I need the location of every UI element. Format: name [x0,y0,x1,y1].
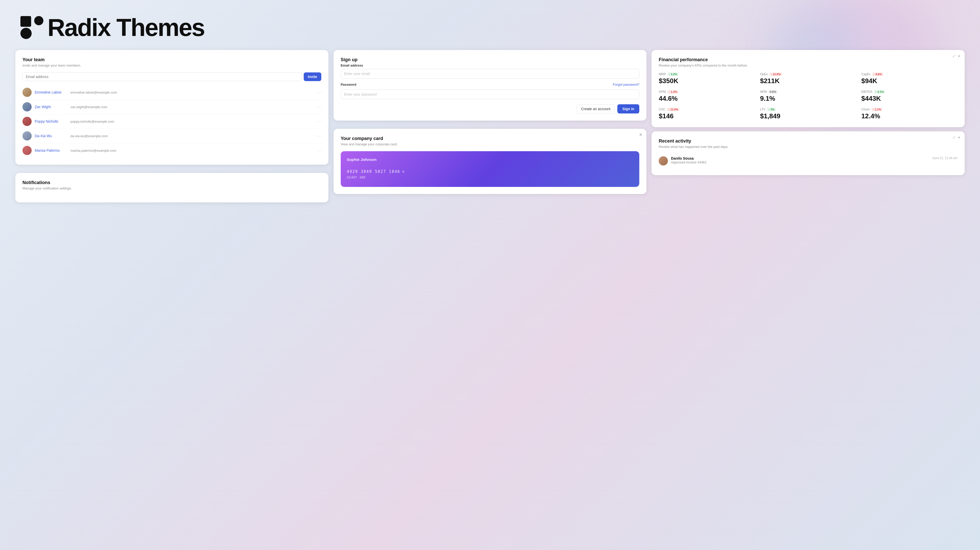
forgot-password-link[interactable]: Forgot password? [613,82,639,86]
member-name: Da-Xia Wu [35,134,70,138]
table-row: Marisa Palermo marisa.palermo@example.co… [22,143,321,158]
activity-card-subtitle: Review what has happened over the past d… [659,145,958,149]
password-field[interactable] [341,89,640,99]
metric-capex-value: $94K [861,77,958,85]
metric-mrr-badge: ↑ 3.2% [667,73,679,76]
activity-card-title: Recent activity [659,138,958,144]
metric-cac-value: $146 [659,112,755,120]
metric-churn-value: 12.4% [861,112,958,120]
member-menu-icon[interactable]: ··· [318,119,321,124]
create-account-button[interactable]: Create an account [577,104,614,114]
avatar [22,88,32,97]
metric-npm-badge: 0.0% [768,90,777,94]
metric-gpm: GPM ↓ 1.2% 44.6% [659,90,755,103]
member-email: zac.wight@example.com [70,105,318,109]
card-expiry: 01/497 · 689 [347,176,633,179]
activity-name: Danilo Sousa [671,156,929,160]
metric-opex-badge: ↓ 12.8% [769,73,782,76]
metric-ebitda-badge: ↑ 4.1% [874,90,885,94]
invite-button[interactable]: Invite [304,73,321,81]
card-holder-name: Sophie Johnson [347,157,633,162]
signin-button[interactable]: Sign in [617,104,640,114]
metric-gpm-value: 44.6% [659,95,755,103]
financial-card: ⤢ ✦ Financial performance Review your co… [652,50,965,127]
financial-card-title: Financial performance [659,57,958,62]
password-label-row: Password Forgot password? [341,82,640,86]
metric-capex: CapEx ↓ 8.8% $94K [861,73,958,85]
metric-opex-value: $211K [760,77,856,85]
metric-cac-label: CAC ↓ 11.0% [659,108,755,111]
avatar [22,146,32,155]
hero-section: Radix Themes [0,0,980,50]
radix-logo-icon [21,16,43,39]
member-email: emmeline.labrie@example.com [70,90,318,94]
metric-ltv: LTV ↑ 3% $1,849 [760,108,856,120]
logo-area: Radix Themes [21,15,204,40]
company-card-subtitle: View and manage your corporate card. [341,142,640,146]
member-menu-icon[interactable]: ··· [318,133,321,139]
metric-ltv-label: LTV ↑ 3% [760,108,856,111]
team-card-title: Your team [22,57,321,62]
svg-rect-0 [21,16,31,27]
table-row: Da-Xia Wu da-xia.wu@example.com ··· [22,129,321,143]
email-field[interactable] [341,69,640,79]
avatar [22,131,32,141]
metric-npm-label: NPM 0.0% [760,90,856,94]
col-right: ⤢ ✦ Financial performance Review your co… [652,50,965,175]
member-menu-icon[interactable]: ··· [318,148,321,153]
member-email: da-xia.wu@example.com [70,134,318,138]
metric-churn-badge: ↑ 1.1% [871,108,883,111]
activity-time: June 21, 11:34 am [932,156,958,160]
email-label: Email address [341,63,640,67]
metric-opex-label: OpEx ↓ 12.8% [760,73,856,76]
pin-icon[interactable]: ✦ [958,135,961,139]
password-label: Password [341,82,356,86]
expand-icon[interactable]: ⤢ [953,135,956,139]
financial-metrics-grid: MRR ↑ 3.2% $350K OpEx ↓ 12.8% $211K CapE… [659,73,958,120]
avatar [659,156,668,165]
activity-info: Danilo Sousa Approved invoice #3461 [671,156,929,164]
metric-npm-value: 9.1% [760,95,856,103]
team-email-input[interactable] [22,73,302,81]
member-name: Zac Wight [35,105,70,109]
metric-gpm-label: GPM ↓ 1.2% [659,90,755,94]
card-number: 4929 3849 5027 1846 ⧉ [347,169,633,174]
close-icon[interactable]: ✕ [639,133,642,137]
table-row: Zac Wight zac.wight@example.com ··· [22,100,321,114]
notifications-card-subtitle: Manage your notification settings. [22,186,321,190]
company-card: ✕ Your company card View and manage your… [334,129,647,194]
pin-icon[interactable]: ✦ [958,54,961,58]
metric-ltv-badge: ↑ 3% [767,108,776,111]
svg-point-1 [34,16,43,25]
metric-churn: Churn ↑ 1.1% 12.4% [861,108,958,120]
logo-wordmark: Radix Themes [48,15,204,40]
metric-gpm-badge: ↓ 1.2% [667,90,679,94]
member-menu-icon[interactable]: ··· [318,104,321,109]
signup-card: Sign up Email address Password Forgot pa… [334,50,647,120]
form-actions: Create an account Sign in [341,104,640,114]
company-card-title: Your company card [341,136,640,141]
metric-ebitda: EBITDA ↑ 4.1% $443K [861,90,958,103]
team-members-list: Emmeline Labrie emmeline.labrie@example.… [22,85,321,158]
table-row: Poppy Nicholls poppy.nicholls@example.co… [22,114,321,129]
activity-action: Approved invoice #3461 [671,160,929,164]
avatar [22,117,32,126]
metric-npm: NPM 0.0% 9.1% [760,90,856,103]
metric-mrr: MRR ↑ 3.2% $350K [659,73,755,85]
expand-icon[interactable]: ⤢ [953,54,956,58]
col-middle: Sign up Email address Password Forgot pa… [334,50,647,194]
activity-item: Danilo Sousa Approved invoice #3461 June… [659,154,958,168]
member-email: poppy.nicholls@example.com [70,120,318,124]
metric-opex: OpEx ↓ 12.8% $211K [760,73,856,85]
email-invite-row: Invite [22,73,321,81]
member-menu-icon[interactable]: ··· [318,90,321,95]
card-top-actions: ⤢ ✦ [953,54,961,58]
cards-container: Your team Invite and manage your team me… [0,50,980,212]
copy-icon[interactable]: ⧉ [402,170,405,173]
member-name: Poppy Nicholls [35,119,70,124]
metric-capex-badge: ↓ 8.8% [872,73,883,76]
svg-point-2 [21,28,32,39]
metric-ltv-value: $1,849 [760,112,856,120]
table-row: Emmeline Labrie emmeline.labrie@example.… [22,85,321,100]
metric-cac: CAC ↓ 11.0% $146 [659,108,755,120]
